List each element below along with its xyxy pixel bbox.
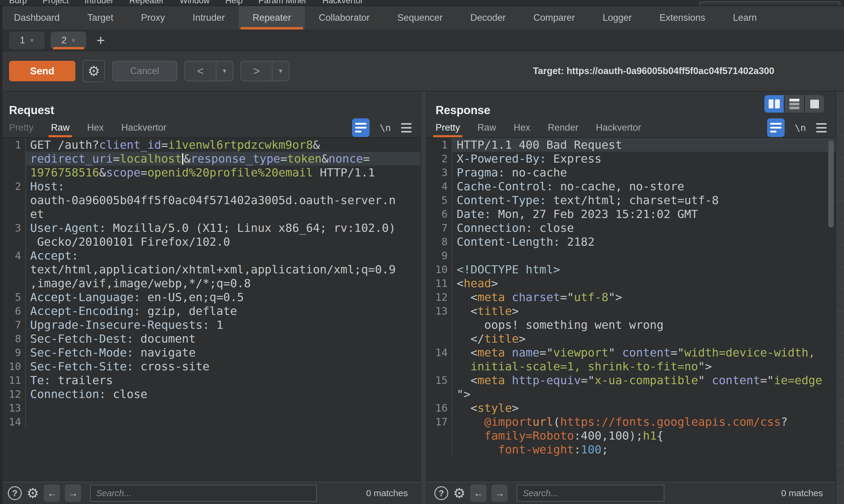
close-tab-icon[interactable]: ×	[71, 36, 75, 44]
inspector-segment	[836, 223, 844, 245]
editor-row: 2X-Powered-By: Express	[427, 152, 836, 166]
tab-dashboard[interactable]: Dashboard	[0, 6, 73, 30]
view-tab-hex[interactable]: Hex	[87, 118, 104, 137]
request-search-input[interactable]	[90, 485, 317, 502]
history-forward-button[interactable]: > ▼	[241, 61, 289, 81]
request-editor[interactable]: 1GET /auth?client_id=i1venwl6rtpdzcwkm9o…	[0, 138, 420, 482]
editor-row: 4Cache-Control: no-cache, no-store	[427, 179, 836, 193]
menu-item-help[interactable]: Help	[225, 0, 243, 1]
inspector-segment	[836, 289, 844, 311]
view-tab-pretty[interactable]: Pretty	[435, 118, 460, 137]
line-number: 9	[427, 249, 452, 263]
inspector-segment	[836, 421, 844, 443]
line-number: 8	[427, 235, 452, 249]
word-wrap-icon[interactable]	[352, 118, 369, 137]
tab-logger[interactable]: Logger	[589, 6, 645, 30]
show-newlines-icon[interactable]: \n	[380, 122, 391, 133]
repeater-tab-2[interactable]: 2×	[51, 32, 86, 49]
response-match-count: 0 matches	[781, 488, 828, 498]
panel-splitter[interactable]	[420, 91, 427, 504]
view-tab-pretty[interactable]: Pretty	[9, 118, 33, 137]
editor-row: 2Host:	[0, 179, 420, 193]
back-dropdown-icon[interactable]: ▼	[216, 61, 233, 81]
close-tab-icon[interactable]: ×	[30, 36, 34, 44]
repeater-tab-1[interactable]: 1×	[9, 32, 45, 49]
line-number: 14	[0, 415, 26, 429]
search-settings-gear-icon[interactable]: ⚙	[453, 486, 465, 500]
menu-item-repeater[interactable]: Repeater	[129, 0, 164, 1]
layout-rows-icon[interactable]	[785, 95, 804, 113]
view-tab-raw[interactable]: Raw	[51, 118, 70, 137]
back-chevron-icon[interactable]: <	[185, 61, 216, 81]
tab-comparer[interactable]: Comparer	[519, 6, 589, 30]
editor-row: 5Content-Type: text/html; charset=utf-8	[427, 193, 836, 207]
line-number: 6	[427, 207, 452, 221]
layout-single-icon[interactable]	[805, 95, 824, 113]
response-scrollbar-thumb[interactable]	[828, 140, 834, 228]
menu-item-burp[interactable]: Burp	[9, 0, 27, 1]
line-number: 10	[427, 263, 452, 276]
tab-intruder[interactable]: Intruder	[179, 6, 239, 30]
search-settings-gear-icon[interactable]: ⚙	[27, 486, 39, 500]
layout-columns-icon[interactable]	[764, 95, 784, 113]
line-number: 2	[0, 179, 26, 193]
search-next-button[interactable]: →	[491, 484, 507, 502]
line-number: 16	[427, 401, 452, 415]
search-prev-button[interactable]: ←	[44, 484, 60, 502]
inspector-segment	[836, 267, 844, 289]
cancel-button[interactable]: Cancel	[112, 61, 177, 81]
help-icon[interactable]: ?	[434, 486, 448, 500]
forward-chevron-icon[interactable]: >	[241, 61, 272, 81]
search-prev-button[interactable]: ←	[470, 484, 486, 502]
editor-menu-icon[interactable]	[816, 123, 827, 132]
tab-decoder[interactable]: Decoder	[457, 6, 519, 30]
response-search-input[interactable]	[517, 485, 664, 502]
line-number	[0, 276, 26, 290]
menu-item-project[interactable]: Project	[42, 0, 69, 1]
history-back-button[interactable]: < ▼	[185, 61, 233, 81]
request-response-split: Request PrettyRawHexHackvertor \n 1GET /…	[0, 91, 844, 504]
repeater-tab-bar: 1×2× +	[0, 30, 844, 51]
view-tab-hackvertor[interactable]: Hackvertor	[596, 118, 641, 137]
tab-proxy[interactable]: Proxy	[127, 6, 179, 30]
editor-row: ">	[427, 387, 836, 401]
show-newlines-icon[interactable]: \n	[795, 122, 806, 133]
window-left-edge	[0, 6, 2, 504]
tab-target[interactable]: Target	[73, 6, 127, 30]
menu-item-intruder[interactable]: Intruder	[84, 0, 114, 1]
editor-row: 11<head>	[427, 276, 836, 290]
editor-row: 14 <meta name="viewport" content="width=…	[427, 346, 836, 359]
view-tab-hex[interactable]: Hex	[514, 118, 530, 137]
view-tab-render[interactable]: Render	[548, 118, 579, 137]
menu-item-hackvertor[interactable]: Hackvertor	[322, 0, 363, 1]
line-number: 3	[0, 221, 26, 235]
line-number: 4	[0, 249, 26, 263]
word-wrap-icon[interactable]	[767, 118, 785, 137]
editor-row: family=Roboto:400,100);h1{	[427, 429, 836, 443]
inspector-collapsed-strip[interactable]	[836, 91, 844, 504]
tab-extensions[interactable]: Extensions	[645, 6, 719, 30]
tab-sequencer[interactable]: Sequencer	[383, 6, 457, 30]
tab-collaborator[interactable]: Collaborator	[305, 6, 383, 30]
search-next-button[interactable]: →	[65, 484, 81, 502]
response-editor[interactable]: 1HTTP/1.1 400 Bad Request2X-Powered-By: …	[427, 138, 836, 482]
menu-bar: BurpProjectIntruderRepeaterWindowHelpPar…	[0, 0, 844, 6]
help-icon[interactable]: ?	[8, 486, 22, 500]
line-number	[427, 429, 452, 443]
view-tab-hackvertor[interactable]: Hackvertor	[121, 118, 167, 137]
add-tab-button[interactable]: +	[97, 33, 105, 48]
editor-menu-icon[interactable]	[401, 123, 411, 132]
view-tab-raw[interactable]: Raw	[478, 118, 496, 137]
tab-learn[interactable]: Learn	[719, 6, 771, 30]
editor-row: 4Accept:	[0, 249, 420, 263]
editor-row: 3User-Agent: Mozilla/5.0 (X11; Linux x86…	[0, 221, 420, 235]
menu-item-window[interactable]: Window	[180, 0, 210, 1]
tab-repeater[interactable]: Repeater	[239, 6, 305, 30]
request-search-bar: ? ⚙ ← → 0 matches	[0, 482, 420, 504]
line-number	[0, 207, 26, 221]
send-button[interactable]: Send	[9, 61, 75, 81]
request-settings-gear-icon[interactable]: ⚙	[83, 60, 105, 82]
repeater-toolbar: Send ⚙ Cancel < ▼ > ▼ Target: https://oa…	[0, 51, 844, 91]
forward-dropdown-icon[interactable]: ▼	[272, 61, 289, 81]
menu-item-param-miner[interactable]: Param Miner	[258, 0, 307, 1]
